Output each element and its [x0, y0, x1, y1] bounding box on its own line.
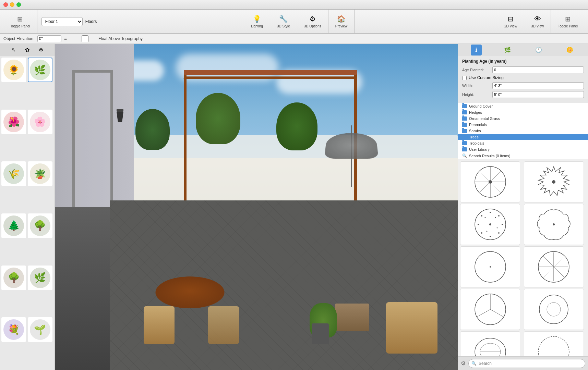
- plant-item[interactable]: 🌸: [28, 110, 52, 134]
- 3d-style-button[interactable]: 🔧 3D Style: [274, 13, 293, 30]
- plant-tab[interactable]: 🌿: [502, 45, 513, 56]
- plant-item[interactable]: 🌻: [1, 58, 26, 82]
- category-tropicals[interactable]: Tropicals: [458, 140, 588, 146]
- plant-tool[interactable]: ✿: [23, 45, 32, 55]
- category-label: Shrubs: [469, 129, 481, 133]
- traffic-lights: [3, 2, 21, 7]
- object-elevation-input[interactable]: [37, 35, 61, 42]
- clock-tab[interactable]: 🕐: [533, 45, 544, 56]
- maximize-button[interactable]: [16, 2, 21, 7]
- svg-point-22: [496, 227, 497, 229]
- plant-item[interactable]: 🌿: [28, 58, 52, 82]
- category-label: User Library: [469, 147, 490, 151]
- float-above-topo-checkbox[interactable]: [73, 35, 97, 42]
- toggle-panel-left-label: Toggle Panel: [10, 24, 30, 28]
- 2d-view-section: ⊟ 2D View: [497, 10, 524, 33]
- toggle-panel-left-icon: ⊞: [17, 15, 23, 23]
- close-button[interactable]: [3, 2, 8, 7]
- toggle-panel-left-button[interactable]: ⊞ Toggle Panel: [8, 13, 33, 30]
- preview-button[interactable]: 🏠 Preview: [333, 13, 350, 30]
- svg-point-16: [490, 236, 491, 237]
- svg-point-35: [547, 303, 561, 316]
- category-hedges[interactable]: Hedges: [458, 109, 588, 115]
- snowflake-tool[interactable]: ❄: [36, 45, 46, 55]
- plant-item[interactable]: 🌳: [1, 266, 26, 290]
- 3d-options-button[interactable]: ⚙ 3D Options: [301, 13, 324, 30]
- category-label: Perennials: [469, 123, 487, 127]
- svg-line-6: [479, 171, 489, 181]
- folder-icon: [462, 129, 467, 133]
- tree-thumbnail[interactable]: [460, 289, 520, 330]
- info-tab[interactable]: ℹ: [471, 45, 482, 56]
- age-planted-input[interactable]: [492, 66, 584, 73]
- preview-label: Preview: [335, 24, 348, 28]
- 3d-options-icon: ⚙: [310, 15, 316, 23]
- use-custom-sizing-label: Use Custom Sizing: [469, 75, 504, 80]
- category-user-library[interactable]: User Library: [458, 146, 588, 152]
- plant-item[interactable]: 🌿: [28, 266, 52, 290]
- height-input[interactable]: [492, 91, 584, 98]
- category-perennials[interactable]: Perennials: [458, 122, 588, 128]
- 2d-view-icon: ⊟: [508, 15, 514, 23]
- plant-item[interactable]: 💐: [1, 317, 26, 342]
- folder-icon: [462, 135, 467, 139]
- main-layout: ↖ ✿ ❄ 🌻 🌿 🌺 🌸 🌾 🪴: [0, 44, 588, 370]
- floors-label: Floors: [85, 19, 97, 24]
- plant-item[interactable]: 🌱: [28, 317, 52, 342]
- planting-age-title: Planting Age (in years): [462, 59, 584, 64]
- flower-tab[interactable]: 🌼: [564, 45, 575, 56]
- floors-section: Floor 1 Floor 2 Basement Floors: [37, 10, 101, 33]
- spread-button[interactable]: ≡: [64, 36, 67, 41]
- pointer-tool[interactable]: ↖: [9, 45, 19, 55]
- category-ornamental-grass[interactable]: Ornamental Grass: [458, 115, 588, 122]
- plant-item[interactable]: 🌺: [1, 110, 26, 134]
- center-view[interactable]: [55, 44, 458, 370]
- width-input[interactable]: [492, 82, 584, 89]
- preview-icon: 🏠: [337, 15, 346, 23]
- float-above-topo-container: Float Above Topography: [73, 35, 143, 42]
- minimize-button[interactable]: [10, 2, 14, 7]
- svg-point-39: [538, 336, 569, 356]
- svg-point-19: [481, 215, 482, 217]
- lighting-icon: 💡: [253, 15, 261, 23]
- lighting-button[interactable]: 💡 Lighting: [248, 13, 266, 30]
- 3d-view-button[interactable]: 👁 3D View: [528, 13, 547, 30]
- right-panel: ℹ 🌿 🕐 🌼 Planting Age (in years) Age Plan…: [458, 44, 588, 370]
- plant-item[interactable]: 🌳: [28, 213, 52, 238]
- settings-icon[interactable]: ⚙: [461, 360, 466, 367]
- category-shrubs[interactable]: Shrubs: [458, 128, 588, 134]
- svg-point-12: [490, 212, 491, 213]
- tree-thumbnail[interactable]: [460, 161, 520, 202]
- height-row: Height:: [462, 91, 584, 98]
- search-input[interactable]: [479, 361, 582, 366]
- folder-icon: [462, 110, 467, 114]
- tree-thumbnail[interactable]: [524, 204, 584, 245]
- svg-point-25: [553, 223, 555, 225]
- category-ground-cover[interactable]: Ground Cover: [458, 103, 588, 109]
- toggle-panel-right-section: ⊞ Toggle Panel: [551, 10, 585, 33]
- plant-item[interactable]: 🌲: [1, 213, 26, 238]
- floors-select[interactable]: Floor 1 Floor 2 Basement: [41, 17, 83, 26]
- svg-point-18: [478, 224, 479, 225]
- category-trees[interactable]: Trees: [458, 134, 588, 140]
- tree-thumbnail[interactable]: [524, 289, 584, 330]
- svg-point-37: [480, 343, 501, 356]
- tree-thumbnail[interactable]: [524, 161, 584, 202]
- svg-point-24: [489, 223, 491, 225]
- left-panel: ↖ ✿ ❄ 🌻 🌿 🌺 🌸 🌾 🪴: [0, 44, 55, 370]
- tree-thumbnail[interactable]: [460, 331, 520, 356]
- title-bar: [0, 0, 588, 10]
- plant-item[interactable]: 🌾: [1, 161, 26, 186]
- tree-thumbnail[interactable]: [460, 246, 520, 287]
- tree-thumbnail[interactable]: [524, 246, 584, 287]
- category-search-results[interactable]: 🔍 Search Results (0 items): [458, 152, 588, 159]
- svg-line-8: [492, 171, 501, 181]
- tree-thumbnail[interactable]: [524, 331, 584, 356]
- object-elevation-label: Object Elevation:: [3, 36, 35, 41]
- tree-thumbnail[interactable]: [460, 204, 520, 245]
- 2d-view-button[interactable]: ⊟ 2D View: [502, 13, 520, 30]
- use-custom-sizing-checkbox[interactable]: [462, 76, 467, 80]
- plant-item[interactable]: 🪴: [28, 161, 52, 186]
- toggle-panel-right-button[interactable]: ⊞ Toggle Panel: [555, 13, 580, 30]
- folder-icon: [462, 147, 467, 151]
